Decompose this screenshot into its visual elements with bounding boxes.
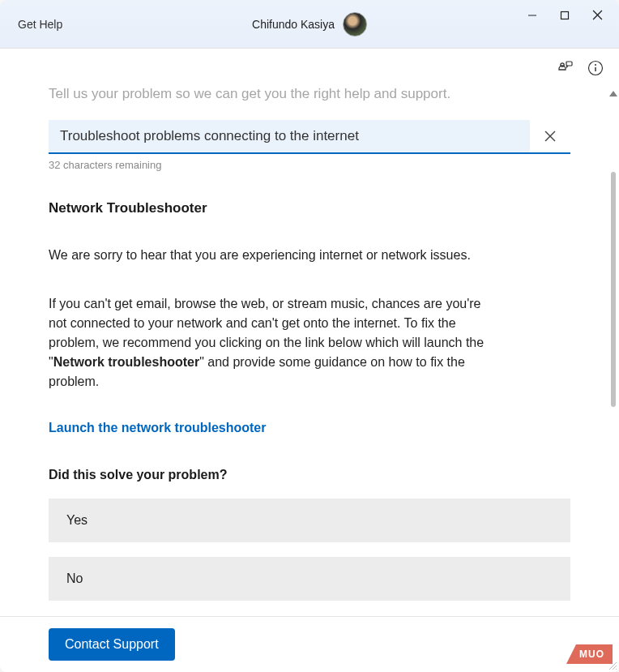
window-controls	[527, 10, 608, 21]
footer: Contact Support	[0, 616, 619, 672]
svg-line-11	[609, 662, 617, 670]
close-button[interactable]	[591, 10, 603, 21]
section-title: Network Troubleshooter	[49, 200, 570, 216]
svg-line-13	[616, 669, 617, 670]
feedback-icon	[557, 60, 573, 76]
search-row	[49, 120, 570, 154]
resize-grip-icon[interactable]	[608, 661, 617, 670]
answer-yes-button[interactable]: Yes	[49, 499, 570, 542]
svg-rect-1	[561, 11, 569, 19]
contact-support-button[interactable]: Contact Support	[49, 628, 175, 661]
minimize-icon	[527, 11, 537, 20]
maximize-icon	[560, 11, 570, 20]
maximize-button[interactable]	[559, 10, 570, 21]
scrollbar[interactable]	[609, 91, 617, 610]
launch-troubleshooter-link[interactable]: Launch the network troubleshooter	[49, 421, 570, 435]
app-window: Get Help Chifundo Kasiya	[0, 0, 619, 672]
prompt-text: Tell us your problem so we can get you t…	[49, 88, 570, 102]
feedback-question: Did this solve your problem?	[49, 468, 570, 482]
svg-point-7	[595, 64, 596, 66]
close-icon	[544, 130, 557, 143]
minimize-button[interactable]	[527, 10, 538, 21]
content-area: Tell us your problem so we can get you t…	[0, 88, 619, 616]
scroll-up-icon	[609, 91, 617, 96]
close-icon	[592, 10, 603, 20]
search-input[interactable]	[49, 120, 530, 152]
char-remaining: 32 characters remaining	[49, 159, 570, 171]
scroll-thumb[interactable]	[611, 172, 616, 407]
para2-bold: Network troubleshooter	[53, 355, 199, 369]
info-icon	[587, 60, 604, 76]
answer-no-button[interactable]: No	[49, 557, 570, 601]
avatar	[343, 12, 367, 36]
body-para-1: We are sorry to hear that you are experi…	[49, 246, 502, 265]
app-title: Get Help	[18, 18, 62, 31]
titlebar: Get Help Chifundo Kasiya	[0, 0, 619, 49]
info-button[interactable]	[587, 59, 604, 77]
body-para-2: If you can't get email, browse the web, …	[49, 294, 502, 392]
user-name: Chifundo Kasiya	[252, 18, 335, 31]
toolbar	[0, 49, 619, 88]
user-area[interactable]: Chifundo Kasiya	[252, 12, 367, 36]
feedback-button[interactable]	[556, 59, 574, 77]
clear-search-button[interactable]	[530, 120, 570, 152]
svg-rect-5	[566, 62, 572, 66]
